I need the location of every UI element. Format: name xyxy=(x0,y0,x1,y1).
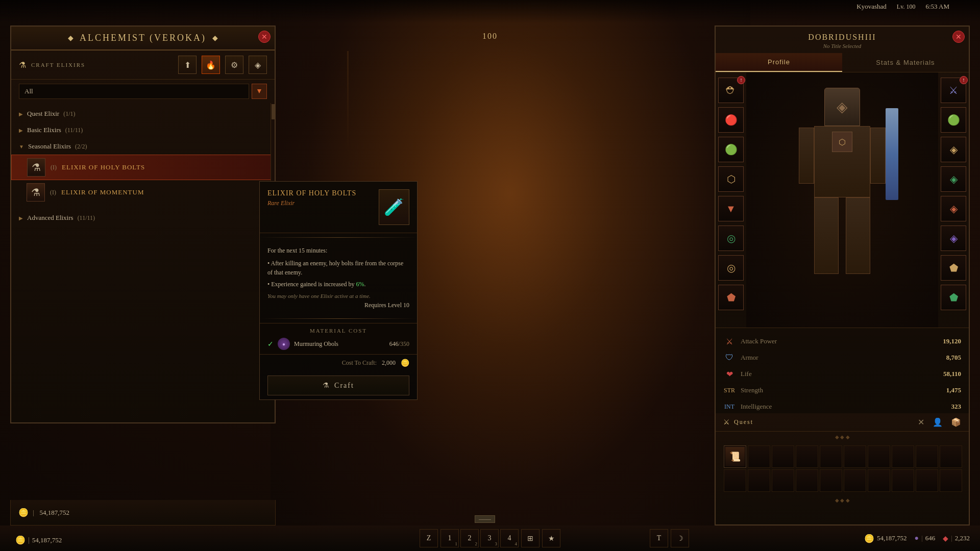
hotbar-slot-extra[interactable]: ☽ xyxy=(671,529,689,547)
char-right-leg xyxy=(846,197,870,274)
toolbar-btn-transmute[interactable]: ⬆ xyxy=(178,56,197,74)
quest-slot-2[interactable] xyxy=(748,445,770,468)
quest-slot-17[interactable] xyxy=(868,469,890,492)
char-right-arm xyxy=(870,128,886,184)
hotbar-slot-4[interactable]: 4 4 xyxy=(500,529,519,547)
r6-item-icon: ◈ xyxy=(941,226,966,251)
elixir-item-holy-bolts[interactable]: ⚗ (I) ELIXIR OF HOLY BOLTS xyxy=(11,155,275,180)
elixir-item-momentum[interactable]: ⚗ (I) ELIXIR OF MOMENTUM xyxy=(11,180,275,205)
quest-slot-6[interactable] xyxy=(844,445,866,468)
equip-slot-ring1[interactable]: ◎ xyxy=(718,226,744,251)
quest-slot-8[interactable] xyxy=(892,445,914,468)
equip-slot-boots[interactable]: ▼ xyxy=(718,196,744,221)
bottom-left-gold-value: 54,187,752 xyxy=(32,536,62,544)
bottom-left-separator: | xyxy=(28,536,30,544)
quest-slot-16[interactable] xyxy=(844,469,866,492)
hotbar-t-label: T xyxy=(657,534,662,542)
hotbar-2-num: 2 xyxy=(475,541,478,546)
tooltip-effect-1: • After killing an enemy, holy bolts fir… xyxy=(267,259,409,277)
quest-slot-5[interactable] xyxy=(820,445,842,468)
category-advanced-elixirs[interactable]: ▶ Advanced Elixirs (11/11) xyxy=(11,210,275,226)
quest-slot-7[interactable] xyxy=(868,445,890,468)
craft-button[interactable]: ⚗ Craft xyxy=(267,375,409,395)
equip-slot-r3[interactable]: ◈ xyxy=(941,137,966,162)
craft-toolbar: ⚗ CRAFT ELIXIRS ⬆ 🔥 ⚙ ◈ xyxy=(11,51,275,80)
shards-display: ◆ | 2,232 xyxy=(943,534,970,543)
quest-toolbar-btn-3[interactable]: 📦 xyxy=(951,417,961,427)
hotbar-slot-t[interactable]: T xyxy=(650,529,668,547)
stat-row-attack: ⚔ Attack Power 19,120 xyxy=(723,333,961,349)
diamond-left: ◆ xyxy=(68,34,74,42)
category-seasonal-elixirs[interactable]: ▼ Seasonal Elixirs (2/2) xyxy=(11,138,275,155)
hotbar-slot-star[interactable]: ★ xyxy=(542,529,560,547)
equip-slot-offhand[interactable]: 🟢 xyxy=(941,107,966,133)
intelligence-label: Intelligence xyxy=(741,403,946,411)
equip-slot-head[interactable]: ⛑ ! xyxy=(718,78,744,103)
equip-slots-left: ⛑ ! 🔴 🟢 ⬡ xyxy=(716,72,746,328)
search-input[interactable] xyxy=(19,84,249,99)
equip-slot-amulet[interactable]: ⬟ xyxy=(718,285,744,310)
toolbar-btn-settings[interactable]: ⚙ xyxy=(225,56,243,74)
equip-slot-r5[interactable]: ◈ xyxy=(941,196,966,221)
quest-slot-3[interactable] xyxy=(772,445,794,468)
scrollbar-thumb[interactable] xyxy=(272,104,275,119)
equip-slot-pants[interactable]: ⬡ xyxy=(718,166,744,192)
character-nav: Profile Stats & Materials xyxy=(716,53,969,72)
player-name-top: Kyovashad xyxy=(856,3,887,11)
toolbar-btn-craft[interactable]: 🔥 xyxy=(202,56,220,74)
equip-slot-r6[interactable]: ◈ xyxy=(941,226,966,251)
character-close-button[interactable]: ✕ xyxy=(952,31,965,43)
quest-slot-12[interactable] xyxy=(748,469,770,492)
craft-label: ⚗ CRAFT ELIXIRS xyxy=(19,60,173,70)
equip-slot-r7[interactable]: ⬟ xyxy=(941,255,966,281)
hotbar-slot-1[interactable]: 1 1 xyxy=(440,529,459,547)
time-display: 6:53 AM xyxy=(925,3,949,11)
quest-slot-14[interactable] xyxy=(796,469,818,492)
quest-toolbar-btn-1[interactable]: ✕ xyxy=(918,417,924,427)
tab-profile[interactable]: Profile xyxy=(716,53,842,72)
quest-slot-4[interactable] xyxy=(796,445,818,468)
equip-slot-r8[interactable]: ⬟ xyxy=(941,285,966,310)
quest-slot-10[interactable] xyxy=(940,445,962,468)
equip-slot-r4[interactable]: ◈ xyxy=(941,166,966,192)
quest-slot-13[interactable] xyxy=(772,469,794,492)
quest-slot-11[interactable] xyxy=(724,469,746,492)
category-basic-elixirs[interactable]: ▶ Basic Elixirs (11/11) xyxy=(11,122,275,138)
equip-slot-chest[interactable]: 🔴 xyxy=(718,107,744,133)
elixir-list: ▶ Quest Elixir (1/1) ▶ Basic Elixirs (11… xyxy=(11,103,275,229)
armor-value: 8,705 xyxy=(946,354,961,362)
attack-power-icon: ⚔ xyxy=(723,335,736,347)
right-gold-value: 54,187,752 xyxy=(877,534,907,542)
gloves-item-icon: 🟢 xyxy=(719,137,743,162)
quest-slot-18[interactable] xyxy=(892,469,914,492)
hotbar-slot-2[interactable]: 2 2 xyxy=(460,529,479,547)
intelligence-value: 323 xyxy=(951,403,962,411)
hotbar-z-label: Z xyxy=(427,534,431,542)
quest-slot-19[interactable] xyxy=(916,469,938,492)
category-arrow-quest: ▶ xyxy=(19,111,23,117)
quest-slot-20[interactable] xyxy=(940,469,962,492)
char-weapon xyxy=(886,108,898,200)
quest-slot-15[interactable] xyxy=(820,469,842,492)
cost-row: Cost To Craft: 2,000 🪙 xyxy=(260,355,417,371)
category-quest-elixir[interactable]: ▶ Quest Elixir (1/1) xyxy=(11,106,275,122)
elixir-icon-momentum: ⚗ xyxy=(27,183,45,202)
gold-separator: | xyxy=(33,509,34,517)
hotbar-slot-3[interactable]: 3 3 xyxy=(480,529,499,547)
equip-slot-gloves[interactable]: 🟢 xyxy=(718,137,744,162)
quest-slot-9[interactable] xyxy=(916,445,938,468)
equip-slot-ring2[interactable]: ◎ xyxy=(718,255,744,281)
material-row: ✓ ● Murmuring Obols 646/350 xyxy=(267,338,409,350)
filter-button[interactable]: ▼ xyxy=(252,84,267,99)
equip-slot-weapon[interactable]: ⚔ ! xyxy=(941,78,966,103)
quest-slot-1[interactable]: 📜 xyxy=(724,445,746,468)
alchemist-close-button[interactable]: ✕ xyxy=(258,31,271,43)
category-arrow-advanced: ▶ xyxy=(19,215,23,221)
quest-toolbar-btn-2[interactable]: 👤 xyxy=(933,417,943,427)
hotbar-slot-map[interactable]: ⊞ xyxy=(521,529,540,547)
toolbar-btn-extra[interactable]: ◈ xyxy=(249,56,267,74)
right-gold-coin: 🪙 xyxy=(864,534,874,543)
top-hud: Kyovashad Lv. 100 6:53 AM xyxy=(0,0,980,23)
tab-stats-materials[interactable]: Stats & Materials xyxy=(842,53,969,72)
hotbar-slot-z[interactable]: Z xyxy=(420,529,438,547)
